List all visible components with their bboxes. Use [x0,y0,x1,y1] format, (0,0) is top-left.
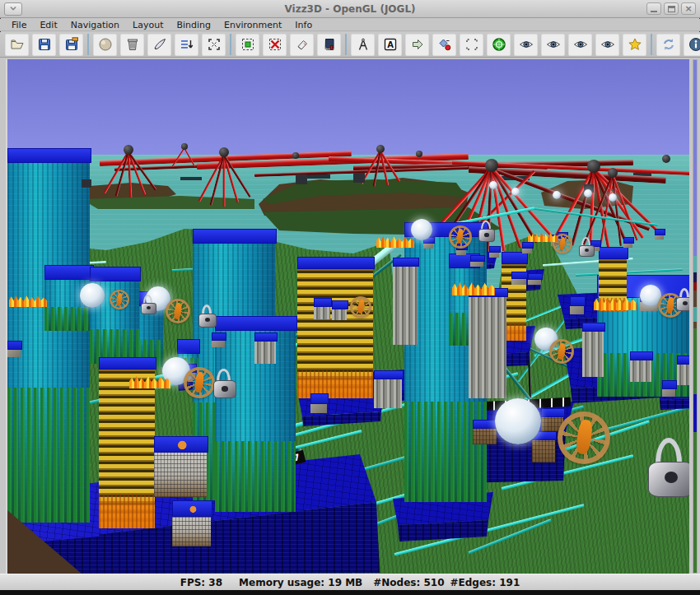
sphere-button[interactable] [93,34,117,56]
node-link-icon [437,37,452,52]
padlock-body [478,229,495,242]
sort-button[interactable] [175,34,198,56]
building-gray [254,332,276,364]
menu-info[interactable]: Info [288,19,319,31]
eye-1-button[interactable] [514,34,538,56]
save-as-icon [64,37,79,52]
text-label-button[interactable]: A [378,34,402,56]
sphere-icon [489,181,497,189]
refresh-button[interactable] [656,34,680,56]
info-button[interactable] [684,34,700,56]
marquee-icon [464,37,479,52]
minimize-button[interactable] [646,2,661,15]
gear-icon [350,296,371,318]
node-link-button[interactable] [432,34,456,56]
select-add-icon [240,37,255,52]
padlock-body [198,314,217,328]
measure-button[interactable] [351,34,375,56]
padlock-icon [213,369,236,398]
forward-button[interactable] [405,34,429,56]
star-icon [628,37,642,52]
building-gray [582,323,604,377]
text-label-icon: A [383,37,398,52]
fit-view-button[interactable] [202,34,226,56]
padlock-icon [478,221,495,242]
open-button[interactable] [5,34,29,56]
padlock-body [648,462,689,497]
red-bundle-node [124,145,133,155]
menu-navigation[interactable]: Navigation [64,19,126,31]
star-button[interactable] [623,34,646,56]
select-add-button[interactable] [236,34,259,56]
building-teal [90,267,139,364]
building-box [7,341,21,357]
menu-edit[interactable]: Edit [33,19,63,31]
sphere-icon [511,188,520,196]
red-bundle-node [219,147,229,157]
paint-icon [152,37,167,52]
menu-environment[interactable]: Environment [217,19,288,31]
globe-icon [492,37,506,52]
building-box [522,242,532,253]
maximize-button[interactable] [664,2,679,15]
toolbar: A [0,32,700,58]
node-count-value: #Nodes: 510 [373,577,444,588]
eye-icon [546,37,561,52]
window-controls: × [646,2,696,15]
book-icon [322,37,337,52]
building-gold [297,257,373,398]
eye-3-button[interactable] [568,34,592,56]
window-menu-button[interactable] [4,2,22,16]
delete-button[interactable] [120,34,144,56]
padlock-body [579,245,595,257]
eye-4-button[interactable] [595,34,619,56]
info-icon [688,37,700,52]
paint-button[interactable] [147,34,171,56]
sphere-icon [553,191,561,199]
red-bundle-node [662,155,670,163]
toolbar-separator [345,34,347,55]
gear-icon [549,339,574,364]
red-bundle-node [608,168,618,178]
distant-object [180,177,202,180]
padlock-icon [676,288,689,311]
building-gray [374,370,402,408]
scene-canvas[interactable]: 7 [6,59,689,574]
close-button[interactable]: × [681,2,696,15]
eraser-icon [295,37,310,52]
gear-icon [558,411,610,464]
save-button[interactable] [32,34,56,56]
select-remove-button[interactable] [263,34,287,56]
building-gray [314,298,330,319]
refresh-icon [661,37,676,52]
marquee-button[interactable] [460,34,483,56]
menu-file[interactable]: File [5,19,33,31]
padlock-icon [141,295,156,314]
viewport-frame: 7 [0,58,700,574]
eraser-button[interactable] [290,34,314,56]
book-button[interactable] [317,34,341,56]
sphere-icon [98,37,113,52]
delete-icon [125,37,140,52]
sphere-icon [584,189,592,198]
building-box [570,296,584,314]
sphere-icon [411,219,432,240]
globe-button[interactable] [487,34,511,56]
toolbar-separator [87,34,89,55]
toolbar-separator [230,34,231,55]
red-bundle-node [292,152,299,159]
title-bar[interactable]: Vizz3D - OpenGL (JOGL) × [0,0,700,18]
sky [7,59,689,156]
fit-view-icon [207,37,222,52]
toolbar-separator [651,34,652,55]
eye-icon [573,37,588,52]
red-bundle-node [416,151,422,157]
save-as-button[interactable] [59,34,83,56]
menu-binding[interactable]: Binding [170,19,217,31]
eye-2-button[interactable] [541,34,565,56]
padlock-body [213,380,236,398]
building-gray [469,288,506,398]
chevron-down-icon [7,2,19,17]
menu-layout[interactable]: Layout [126,19,170,31]
gear-icon [110,290,129,309]
